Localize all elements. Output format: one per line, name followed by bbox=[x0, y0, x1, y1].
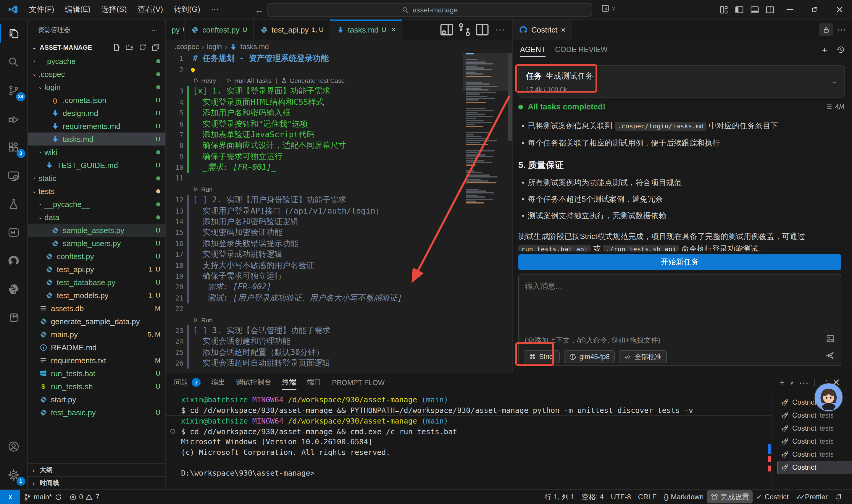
breadcrumb-item[interactable]: tasks.md bbox=[240, 42, 269, 51]
prettier-status[interactable]: ✓✓ Prettier bbox=[792, 490, 831, 503]
activity-m-extension[interactable] bbox=[0, 218, 28, 247]
tree-file-main.py[interactable]: main.py5, M bbox=[28, 328, 165, 341]
tree-file-test_basic.py[interactable]: test_basic.pyU bbox=[28, 406, 165, 419]
panel-tab-3[interactable]: 终端 bbox=[282, 373, 296, 392]
tab-code-review[interactable]: CODE REVIEW bbox=[555, 40, 608, 59]
panel-tab-1[interactable]: 输出 bbox=[211, 373, 225, 392]
codelens-label[interactable]: Generate Test Case bbox=[290, 77, 345, 84]
close-icon[interactable]: × bbox=[392, 25, 396, 34]
editor-scrollbar[interactable] bbox=[508, 53, 512, 141]
tree-folder-__pycache__[interactable]: ›__pycache__ bbox=[28, 54, 165, 68]
breadcrumb-item[interactable]: .cospec bbox=[175, 42, 199, 51]
problems-status[interactable]: 0 7 bbox=[66, 490, 103, 503]
history-icon[interactable] bbox=[837, 46, 845, 54]
activity-run-debug[interactable] bbox=[0, 105, 28, 133]
terminal-session-2[interactable]: Costricttests bbox=[777, 422, 852, 435]
command-decoration[interactable] bbox=[170, 429, 175, 433]
lightbulb-icon[interactable] bbox=[189, 66, 196, 76]
toggle-sidebar-icon[interactable] bbox=[731, 3, 747, 16]
tree-file-sample_users.py[interactable]: sample_users.pyU bbox=[28, 237, 165, 250]
toggle-panel-icon[interactable] bbox=[747, 3, 762, 16]
minimize-button[interactable]: ─ bbox=[777, 0, 802, 19]
chat-input-box[interactable]: 输入消息... (@添加上下文，/输入命令, Shift+拖拽文件) ⌘Stri… bbox=[518, 274, 841, 365]
tree-file-sample_assets.py[interactable]: sample_assets.pyU bbox=[28, 223, 165, 237]
codelens-label[interactable]: Run bbox=[201, 186, 213, 193]
codelens[interactable]: Run bbox=[193, 186, 213, 193]
minimap[interactable] bbox=[463, 53, 508, 372]
costrict-tab[interactable]: Costrict × bbox=[513, 19, 572, 40]
codelens-label[interactable]: Retry bbox=[201, 77, 216, 84]
tab-test_api.py[interactable]: test_api.py1, U bbox=[254, 19, 330, 40]
split-editor-icon[interactable] bbox=[474, 23, 490, 36]
tree-file-generate_sample_data.py[interactable]: generate_sample_data.py bbox=[28, 315, 165, 328]
activity-extensions[interactable]: 3 bbox=[0, 133, 28, 162]
minimap-slider[interactable] bbox=[463, 53, 508, 91]
tree-file-test_database.py[interactable]: test_database.pyU bbox=[28, 276, 165, 289]
tree-file-test_api.py[interactable]: test_api.py1, U bbox=[28, 263, 165, 276]
menu-3[interactable]: 查看(V) bbox=[132, 3, 169, 16]
indentation-status[interactable]: 空格: 4 bbox=[578, 490, 608, 503]
task-card[interactable]: 任务生成测试任务 17.4k / 100.0k ⌄ bbox=[518, 65, 845, 97]
terminal-dropdown-icon[interactable]: ∨ bbox=[790, 379, 794, 385]
activity-python[interactable] bbox=[0, 275, 28, 304]
tree-folder-wiki[interactable]: ›wiki bbox=[28, 145, 165, 159]
setup-status[interactable]: 完成设置 bbox=[707, 490, 753, 503]
collapse-folders-icon[interactable] bbox=[150, 41, 162, 53]
codelens[interactable]: Run bbox=[193, 316, 213, 323]
breadcrumb-item[interactable]: login bbox=[207, 42, 222, 51]
editor-content[interactable]: 1# 任务规划 - 资产管理系统登录功能2Retry|Run All Tasks… bbox=[166, 53, 512, 372]
close-icon[interactable]: × bbox=[561, 25, 565, 34]
activity-testing[interactable] bbox=[0, 190, 28, 218]
tree-file-TEST_GUIDE.md[interactable]: TEST_GUIDE.mdU bbox=[28, 159, 165, 172]
tree-file-start.py[interactable]: start.py bbox=[28, 393, 165, 406]
tree-file-design.md[interactable]: design.mdU bbox=[28, 107, 165, 120]
new-terminal-icon[interactable]: + bbox=[780, 377, 785, 388]
activity-costrict[interactable] bbox=[0, 247, 28, 275]
codelens-label[interactable]: Run bbox=[201, 316, 213, 323]
lock-icon[interactable] bbox=[819, 23, 833, 36]
tree-folder-.cospec[interactable]: ⌄.cospec bbox=[28, 68, 165, 80]
tree-folder-__pycache__[interactable]: ›__pycache__ bbox=[28, 198, 165, 211]
notifications-bell[interactable] bbox=[831, 490, 846, 503]
activity-package-box[interactable] bbox=[0, 304, 28, 332]
explorer-section-header[interactable]: ⌄ ASSET-MANAGE bbox=[28, 40, 165, 54]
tree-file-requirements.txt[interactable]: requirements.txtM bbox=[28, 354, 165, 367]
tab-tasks.md[interactable]: tasks.mdU× bbox=[330, 19, 402, 40]
send-icon[interactable] bbox=[826, 351, 835, 360]
menu-1[interactable]: 编辑(E) bbox=[59, 3, 96, 16]
new-folder-icon[interactable] bbox=[124, 41, 135, 53]
tree-file-run_tests.bat[interactable]: run_tests.batU bbox=[28, 367, 165, 380]
tree-file-tasks.md[interactable]: tasks.mdU bbox=[28, 132, 165, 145]
tree-file-assets.db[interactable]: assets.dbM bbox=[28, 302, 165, 315]
cursor-position[interactable]: 行 1, 列 1 bbox=[541, 490, 578, 503]
panel-tab-2[interactable]: 调试控制台 bbox=[236, 373, 272, 392]
breadcrumb[interactable]: .cospec › login › tasks.md bbox=[166, 40, 512, 53]
menu-4[interactable]: 转到(G) bbox=[168, 3, 205, 16]
toggle-secondary-sidebar-icon[interactable] bbox=[762, 3, 777, 16]
maximize-button[interactable] bbox=[802, 0, 827, 19]
compare-changes-icon[interactable] bbox=[457, 23, 472, 36]
remote-window-indicator[interactable]: ∨ bbox=[601, 4, 615, 13]
terminal-session-3[interactable]: Costricttests bbox=[777, 435, 852, 448]
explorer-more-actions-icon[interactable]: ··· bbox=[151, 26, 158, 33]
tree-folder-tests[interactable]: ⌄tests bbox=[28, 184, 165, 198]
open-preview-icon[interactable] bbox=[439, 23, 454, 36]
close-window-button[interactable]: ✕ bbox=[827, 0, 852, 19]
tree-file-conftest.py[interactable]: conftest.pyU bbox=[28, 250, 165, 263]
refresh-icon[interactable] bbox=[137, 41, 148, 53]
nav-back-icon[interactable]: ← bbox=[255, 4, 264, 15]
tab-agent[interactable]: AGENT bbox=[520, 40, 545, 59]
menu-0[interactable]: 文件(F) bbox=[24, 3, 59, 16]
terminal-output[interactable]: xixin@batchsize MINGW64 /d/workspace/930… bbox=[166, 395, 771, 489]
customize-layout-icon[interactable] bbox=[716, 3, 731, 16]
activity-settings[interactable]: 1 bbox=[0, 461, 28, 489]
timeline-section[interactable]: ›时间线 bbox=[28, 476, 165, 489]
activity-source-control[interactable]: 34 bbox=[0, 76, 28, 105]
chevron-down-icon[interactable]: ⌄ bbox=[832, 77, 837, 85]
new-task-button[interactable]: 开始新任务 bbox=[518, 254, 841, 270]
activity-explorer[interactable] bbox=[0, 19, 28, 48]
menu-2[interactable]: 选择(S) bbox=[96, 3, 132, 16]
command-center-search[interactable]: asset-manage bbox=[268, 3, 592, 17]
strict-mode-chip[interactable]: ⌘Strict bbox=[524, 350, 560, 363]
tab-conftest.py[interactable]: conftest.pyU bbox=[185, 19, 254, 40]
